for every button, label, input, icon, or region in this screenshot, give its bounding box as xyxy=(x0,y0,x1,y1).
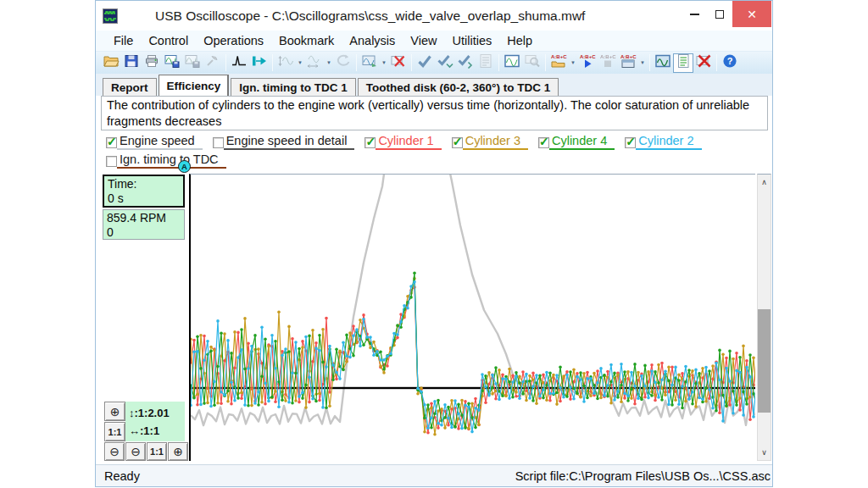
legend-item-engine-speed[interactable]: ✓Engine speed xyxy=(106,134,203,150)
scrollbar-thumb[interactable] xyxy=(758,309,771,413)
menu-help[interactable]: Help xyxy=(499,32,540,49)
open-file-button[interactable] xyxy=(101,53,121,73)
legend-label: Engine speed xyxy=(117,134,203,150)
overlay-waveforms-dropdown[interactable]: ▼ xyxy=(380,53,388,73)
vertical-ratio: ↕:1:2.01 xyxy=(129,404,185,422)
time-readout[interactable]: Time: 0 s xyxy=(103,175,185,208)
tab-toothed-disk-60-2-360-to-tdc-1[interactable]: Toothed disk (60-2, 360°) to TDC 1 xyxy=(358,78,559,96)
save-file-icon xyxy=(123,53,140,72)
print-icon xyxy=(143,53,160,72)
close-button[interactable]: ✕ xyxy=(732,1,771,27)
toolbar: ▼▼▼A:B+C▼A:B+CA:B+CA:B+C▼? xyxy=(96,52,772,74)
legend-label: Ign. timing to TDC xyxy=(117,152,226,169)
legend-item-cylinder-4[interactable]: ✓Cylinder 4 xyxy=(538,134,615,150)
description-box: The contribution of cylinders to the eng… xyxy=(101,96,768,130)
edit-tools-icon xyxy=(204,53,221,72)
rpm-readout[interactable]: 859.4 RPM 0 xyxy=(103,209,185,240)
rpm-value: 0 xyxy=(107,225,181,240)
script-panel-icon: A:B+C xyxy=(620,53,637,72)
undo-button xyxy=(333,53,353,73)
toolbar-separator xyxy=(411,54,412,71)
tab-efficiency[interactable]: Efficiency xyxy=(159,75,230,96)
help-button[interactable]: ? xyxy=(720,53,740,73)
script-open-icon: A:B+C xyxy=(550,53,567,72)
legend-item-cylinder-3[interactable]: ✓Cylinder 3 xyxy=(452,134,528,150)
legend-item-engine-speed-in-detail[interactable]: Engine speed in detail xyxy=(213,134,355,150)
marker-a-badge[interactable]: A xyxy=(178,160,191,173)
oscillogram-plot[interactable] xyxy=(189,174,755,461)
legend-item-ign-timing-to-tdc[interactable]: Ign. timing to TDC xyxy=(106,152,226,169)
legend-row-2: Ign. timing to TDC xyxy=(106,152,768,169)
scroll-down-icon[interactable]: ∨ xyxy=(758,446,771,459)
export-waveform-icon xyxy=(164,53,181,72)
confirm-icon xyxy=(416,53,433,72)
script-open-dropdown[interactable]: ▼ xyxy=(569,53,577,73)
confirm-all-down-button[interactable] xyxy=(435,53,455,73)
screen: USB Oscilloscope - C:\Oscillograms\css_w… xyxy=(0,0,868,488)
menu-operations[interactable]: Operations xyxy=(196,32,271,49)
vertical-scrollbar[interactable]: ∧ ∨ xyxy=(757,174,771,461)
confirm-next-button[interactable] xyxy=(455,53,476,73)
single-capture-button[interactable] xyxy=(229,53,249,73)
checkbox[interactable]: ✓ xyxy=(452,137,463,148)
script-stop-icon: A:B+C xyxy=(599,53,616,72)
scroll-up-icon[interactable]: ∧ xyxy=(758,175,771,189)
script-stop-button: A:B+C xyxy=(598,53,618,73)
menu-file[interactable]: File xyxy=(106,32,141,49)
script-panel-dropdown[interactable]: ▼ xyxy=(638,53,647,73)
checkbox[interactable]: ✓ xyxy=(364,137,376,148)
checkbox[interactable] xyxy=(106,156,117,167)
zoom-in-vertical-button[interactable]: ⊕ xyxy=(104,402,125,421)
checkbox[interactable]: ✓ xyxy=(106,137,117,148)
zoom-out-horizontal-button[interactable]: ⊖ xyxy=(125,442,146,461)
legend-item-cylinder-1[interactable]: ✓Cylinder 1 xyxy=(364,134,441,150)
edit-tools-button xyxy=(203,53,223,73)
overlay-waveforms-button[interactable] xyxy=(359,53,380,73)
import-waveform-button xyxy=(182,53,203,73)
measure-tool-icon xyxy=(251,53,268,72)
view-report-button[interactable] xyxy=(673,53,693,73)
minimize-button[interactable] xyxy=(682,1,707,27)
checkbox[interactable]: ✓ xyxy=(538,137,549,148)
close-icon: ✕ xyxy=(747,8,757,21)
close-document-button[interactable] xyxy=(693,53,714,73)
toolbar-separator xyxy=(356,54,357,71)
script-run-icon: A:B+C xyxy=(579,53,596,72)
legend-item-cylinder-2[interactable]: ✓Cylinder 2 xyxy=(625,134,701,150)
menu-utilities[interactable]: Utilities xyxy=(445,32,500,49)
menu-control[interactable]: Control xyxy=(141,32,196,49)
delete-waveform-button[interactable] xyxy=(388,53,409,73)
menu-view[interactable]: View xyxy=(403,32,444,49)
legend-label: Cylinder 3 xyxy=(463,134,528,150)
horizontal-ratio: ↔:1:1 xyxy=(129,422,185,440)
zoom-in-horizontal-button[interactable]: ⊕ xyxy=(168,442,188,461)
export-waveform-button[interactable] xyxy=(162,53,182,73)
legend-label: Cylinder 1 xyxy=(376,134,441,150)
script-run-button[interactable]: A:B+C xyxy=(577,53,598,73)
script-panel-button[interactable]: A:B+C xyxy=(618,53,638,73)
inspect-view-button xyxy=(522,53,542,73)
print-button[interactable] xyxy=(142,53,162,73)
confirm-button[interactable] xyxy=(415,53,435,73)
script-open-button[interactable]: A:B+C xyxy=(548,53,569,73)
fit-view-button[interactable] xyxy=(502,53,522,73)
view-oscillogram-button[interactable] xyxy=(653,53,673,73)
reset-horizontal-button[interactable]: 1:1 xyxy=(147,442,167,461)
measure-tool-button[interactable] xyxy=(249,53,270,73)
tab-ign-timing-to-tdc-1[interactable]: Ign. timing to TDC 1 xyxy=(231,78,356,96)
cylinder-2-trace xyxy=(191,282,755,432)
checkbox[interactable]: ✓ xyxy=(625,137,636,148)
zoom-vertical-button xyxy=(275,53,296,73)
save-file-button[interactable] xyxy=(121,53,142,73)
menu-analysis[interactable]: Analysis xyxy=(342,32,403,49)
maximize-button[interactable] xyxy=(707,1,732,27)
reset-vertical-button[interactable]: 1:1 xyxy=(104,422,125,441)
svg-text:?: ? xyxy=(727,56,733,66)
menu-bookmark[interactable]: Bookmark xyxy=(271,32,342,49)
toolbar-separator xyxy=(272,54,273,71)
toolbar-separator xyxy=(225,54,226,71)
app-window: USB Oscilloscope - C:\Oscillograms\css_w… xyxy=(95,0,773,487)
checkbox[interactable] xyxy=(213,137,224,148)
zoom-out-vertical-button[interactable]: ⊖ xyxy=(104,442,125,461)
tab-report[interactable]: Report xyxy=(103,78,157,96)
